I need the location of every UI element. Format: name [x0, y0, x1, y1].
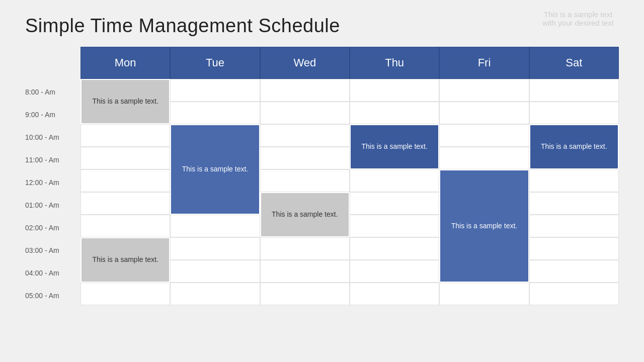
time-column: 8:00 - Am9:00 - Am10:00 - Am11:00 - Am12… [25, 80, 80, 307]
time-slot-7: 03:00 - Am [25, 239, 80, 261]
page-title: Simple Time Management Schedule [25, 15, 619, 37]
grid-cell-r0-c3 [350, 79, 439, 102]
grid-cell-r9-c4 [439, 283, 529, 305]
grid-section: MonTueWedThuFriSat This is a sample text… [80, 47, 619, 307]
grid-cell-r0-c2 [260, 79, 350, 102]
event-fri-1[interactable]: This is a sample text. [439, 169, 529, 283]
grid-cell-r9-c5 [529, 283, 619, 305]
grid-cell-r1-c4 [439, 102, 529, 124]
day-header-wed: Wed [260, 47, 350, 79]
grid-body-wrapper: This is a sample text.This is a sample t… [80, 79, 619, 305]
grid-cell-r1-c5 [529, 102, 619, 124]
day-headers: MonTueWedThuFriSat [80, 47, 619, 79]
grid-cell-r4-c5 [529, 169, 619, 192]
time-slot-6: 02:00 - Am [25, 216, 80, 239]
time-slot-2: 10:00 - Am [25, 126, 80, 148]
time-slot-4: 12:00 - Am [25, 171, 80, 194]
grid-cell-r3-c2 [260, 147, 350, 169]
event-mon-1[interactable]: This is a sample text. [80, 79, 170, 124]
day-header-tue: Tue [170, 47, 260, 79]
event-sat-1[interactable]: This is a sample text. [529, 124, 619, 169]
grid-cell-r5-c0 [80, 192, 170, 215]
grid-cell-r3-c4 [439, 147, 529, 169]
grid-cell-r2-c2 [260, 124, 350, 147]
day-header-thu: Thu [350, 47, 439, 79]
grid-cell-r5-c3 [350, 192, 439, 215]
grid-cell-r5-c5 [529, 192, 619, 215]
grid-cell-r6-c3 [350, 215, 439, 237]
grid-cell-r8-c3 [350, 260, 439, 283]
time-slot-0: 8:00 - Am [25, 80, 80, 103]
time-slot-9: 05:00 - Am [25, 284, 80, 307]
day-header-sat: Sat [529, 47, 619, 79]
grid-cell-r0-c4 [439, 79, 529, 102]
grid-cell-r7-c3 [350, 237, 439, 260]
grid-cell-r7-c2 [260, 237, 350, 260]
grid-cell-r2-c0 [80, 124, 170, 147]
grid-cell-r9-c3 [350, 283, 439, 305]
grid-cell-r7-c1 [170, 237, 260, 260]
page-container: Simple Time Management Schedule 8:00 - A… [0, 0, 644, 317]
day-header-fri: Fri [439, 47, 529, 79]
grid-cell-r9-c0 [80, 283, 170, 305]
grid-cell-r6-c1 [170, 215, 260, 237]
grid-cell-r4-c2 [260, 169, 350, 192]
time-slot-8: 04:00 - Am [25, 261, 80, 284]
grid-cell-r1-c3 [350, 102, 439, 124]
grid-cell-r3-c0 [80, 147, 170, 169]
grid-cell-r8-c5 [529, 260, 619, 283]
grid-cell-r8-c2 [260, 260, 350, 283]
time-slot-5: 01:00 - Am [25, 194, 80, 216]
grid-cell-r8-c1 [170, 260, 260, 283]
event-mon-2[interactable]: This is a sample text. [80, 237, 170, 283]
event-wed-1[interactable]: This is a sample text. [260, 192, 350, 237]
event-tue-1[interactable]: This is a sample text. [170, 124, 260, 215]
grid-cell-r7-c5 [529, 237, 619, 260]
day-header-mon: Mon [80, 47, 170, 79]
grid-cell-r6-c5 [529, 215, 619, 237]
grid-cell-r4-c3 [350, 169, 439, 192]
grid-cell-r9-c2 [260, 283, 350, 305]
grid-container: This is a sample text.This is a sample t… [80, 79, 619, 305]
grid-cell-r0-c1 [170, 79, 260, 102]
event-thu-1[interactable]: This is a sample text. [350, 124, 439, 169]
grid-cell-r9-c1 [170, 283, 260, 305]
time-slot-1: 9:00 - Am [25, 103, 80, 126]
grid-cell-r2-c4 [439, 124, 529, 147]
grid-cell-r1-c1 [170, 102, 260, 124]
grid-cell-r0-c5 [529, 79, 619, 102]
grid-cell-r6-c0 [80, 215, 170, 237]
grid-cell-r4-c0 [80, 169, 170, 192]
schedule-wrapper: 8:00 - Am9:00 - Am10:00 - Am11:00 - Am12… [25, 47, 619, 307]
grid-cell-r1-c2 [260, 102, 350, 124]
time-slot-3: 11:00 - Am [25, 148, 80, 171]
